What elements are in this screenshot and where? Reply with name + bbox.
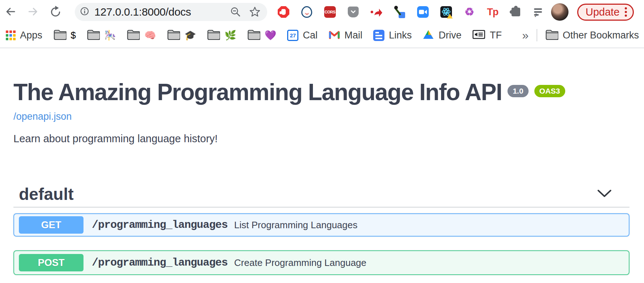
folder-icon [167,29,180,41]
extensions-puzzle-icon[interactable] [510,6,522,18]
bookmarks-divider [537,29,537,41]
graduation-cap-emoji: 🎓 [184,30,196,40]
drive-icon [423,29,434,41]
zoom-video-extension-icon[interactable] [417,6,429,18]
bookmarks-bar: Apps $ 🎠 🧠 🎓 [0,24,644,46]
method-badge-post: POST [19,254,83,271]
purple-heart-emoji: 💜 [265,30,276,40]
bookmark-drive[interactable]: Drive [423,29,461,41]
carousel-horse-emoji: 🎠 [104,30,116,40]
method-badge-get: GET [19,216,83,234]
zoom-indicator-icon[interactable] [230,7,241,17]
tag-name: default [13,184,74,204]
react-devtools-extension-icon[interactable] [440,6,452,18]
purple-recycle-extension-icon[interactable]: ♻ [463,6,476,18]
profile-avatar[interactable] [551,3,568,21]
tag-section-header[interactable]: default [13,181,629,208]
gmail-icon [329,30,340,41]
share-arrow-extension-icon[interactable] [370,6,383,18]
folder-icon [127,29,140,41]
operation-row-get[interactable]: GET /programming_languages List Programm… [13,213,629,237]
browser-menu-kebab-icon[interactable] [625,7,627,17]
bookmark-folder-carousel[interactable]: 🎠 [87,29,116,41]
folder-icon [545,29,558,41]
cors-extension-icon[interactable]: CORS [324,6,336,18]
address-bar[interactable]: 127.0.0.1:8000/docs [75,3,267,21]
bookmark-folder-purple-heart[interactable]: 💜 [247,29,276,41]
stop-hand-extension-icon[interactable] [277,6,290,18]
other-bookmarks[interactable]: Other Bookmarks [545,29,639,41]
url-text: 127.0.0.1:8000/docs [94,6,223,18]
reload-button[interactable] [49,6,62,18]
tp-extension-icon[interactable]: Tp [486,6,499,18]
forward-button[interactable] [27,6,39,18]
version-badge: 1.0 [508,85,528,97]
operation-row-post[interactable]: POST /programming_languages Create Progr… [13,250,629,275]
operation-summary: Create Programming Language [234,257,366,268]
bookmark-folder-dollar[interactable]: $ [53,29,76,41]
folder-icon [87,29,100,41]
update-label: Update [586,6,620,18]
dollar-glyph: $ [71,30,76,40]
herb-emoji: 🌿 [224,30,236,40]
music-playlist-extension-icon[interactable]: ♪ [533,6,545,18]
bookmark-folder-graduation[interactable]: 🎓 [167,29,196,41]
folder-icon [53,29,66,41]
api-description: Learn about programming language history… [13,133,218,145]
bookmarks-right-group: » Other Bookmarks [522,29,639,41]
chevron-down-icon[interactable] [597,189,612,200]
calendar-icon: 27 [287,30,298,41]
operation-path: /programming_languages [92,257,228,269]
update-button[interactable]: Update [577,4,634,21]
page-info-icon[interactable] [80,7,89,17]
browser-toolbar: 127.0.0.1:8000/docs CORS [0,0,644,24]
apps-grid-icon [6,30,16,40]
bookmark-folder-herb[interactable]: 🌿 [207,29,236,41]
links-doc-icon [373,30,384,41]
bookmark-apps[interactable]: Apps [6,30,42,41]
api-title-row: The Amazing Programming Language Info AP… [13,79,565,106]
folder-icon [247,29,260,41]
browser-content-divider [0,48,644,48]
bookmark-links[interactable]: Links [373,30,412,41]
operation-path: /programming_languages [92,219,228,231]
bookmark-mail[interactable]: Mail [329,30,363,41]
forward-icon [27,5,39,19]
openapi-json-link[interactable]: /openapi.json [13,111,72,122]
bookmark-tf[interactable]: TF [472,29,502,41]
back-button[interactable] [4,6,17,18]
bookmark-star-icon[interactable] [249,6,261,18]
bookmarks-overflow-chevron[interactable]: » [522,29,529,41]
oas3-badge: OAS3 [534,85,565,97]
bookmark-folder-brain[interactable]: 🧠 [127,29,156,41]
folder-icon [207,29,220,41]
pocket-extension-icon[interactable] [347,6,359,18]
page-title: The Amazing Programming Language Info AP… [13,79,502,106]
tf-card-icon [472,29,485,41]
operation-summary: List Programming Languages [234,220,358,231]
reload-icon [49,5,62,19]
operations-list: GET /programming_languages List Programm… [13,213,629,275]
extensions-bar: CORS ♻ Tp ♪ [277,6,545,18]
brain-emoji: 🧠 [144,30,156,40]
back-icon [4,5,17,19]
eyedropper-extension-icon[interactable] [394,6,406,18]
bookmark-calendar[interactable]: 27 Cal [287,30,318,41]
chat-bubble-extension-icon[interactable] [301,6,313,18]
bookmarks-left-group: Apps $ 🎠 🧠 🎓 [6,29,502,41]
